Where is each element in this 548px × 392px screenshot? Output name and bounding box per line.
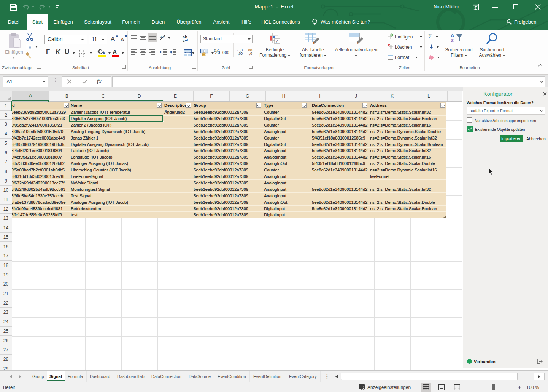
svg-text:ab: ab [160, 35, 164, 38]
svg-text:≠: ≠ [276, 39, 278, 44]
